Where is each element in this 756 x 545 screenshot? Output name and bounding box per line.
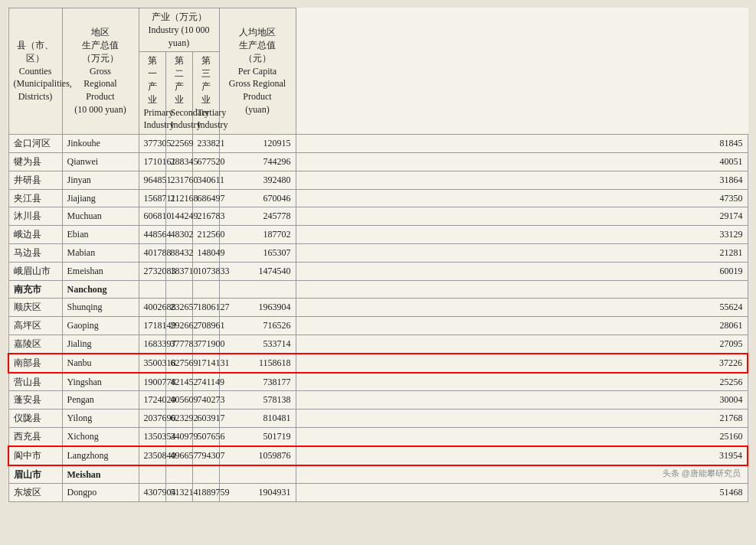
table-row: 顺庆区Shunqing40026882326571806127196390455…	[8, 299, 748, 317]
cell-percapita: 30004	[296, 391, 748, 410]
table-row: 蓬安县Pengan172402040560974027357813830004	[8, 391, 748, 410]
cell-county: 犍为县	[8, 152, 62, 171]
cell-percapita: 21281	[296, 243, 748, 262]
header-county-zh: 县（市、区）	[17, 40, 54, 64]
cell-county-en: Meishan	[62, 465, 139, 484]
cell-percapita: 33129	[296, 226, 748, 244]
cell-percapita: 81845	[296, 135, 748, 153]
cell-secondary	[192, 280, 219, 299]
cell-county-en: Gaoping	[62, 317, 139, 335]
cell-tertiary: 533714	[219, 335, 296, 353]
cell-gross: 448564	[139, 226, 165, 244]
cell-county-en: Jinyan	[62, 171, 139, 189]
cell-county: 眉山市	[8, 465, 62, 484]
cell-percapita: 31864	[296, 171, 748, 189]
cell-tertiary: 165307	[219, 243, 296, 262]
cell-county: 阆中市	[8, 446, 62, 465]
cell-county-en: Jinkouhe	[62, 135, 139, 153]
table-row: 井研县Jinyan96485123176034061139248031864	[8, 171, 748, 189]
table-row: 仪陇县Yilong203769062329260391781048121768	[8, 410, 748, 428]
cell-county-en: Yilong	[62, 410, 139, 428]
table-row: 眉山市Meishan	[8, 465, 748, 484]
county-name-zh: 顺庆区	[14, 302, 41, 312]
cell-gross: 2037690	[139, 410, 165, 428]
cell-county-en: Yingshan	[62, 373, 139, 391]
cell-percapita: 27095	[296, 335, 748, 353]
county-name-zh: 蓬安县	[14, 394, 41, 405]
cell-percapita: 37226	[296, 354, 748, 373]
cell-tertiary: 392480	[219, 171, 296, 189]
cell-gross: 4307904	[139, 484, 165, 502]
header-county: 县（市、区） Counties (Municipalities, Distric…	[8, 8, 62, 135]
cell-percapita: 29174	[296, 207, 748, 226]
cell-county-en: Ebian	[62, 226, 139, 244]
header-county-en3: Districts)	[18, 91, 53, 102]
cell-gross: 1900778	[139, 373, 165, 391]
county-name-zh: 阆中市	[14, 450, 41, 461]
cell-secondary: 148049	[192, 243, 219, 262]
cell-county-en: Nanbu	[62, 354, 139, 373]
header-percapita: 人均地区 生产总值 （元） Per Capita Gross Regional …	[219, 8, 296, 135]
county-name-zh: 西充县	[14, 431, 41, 442]
header-gross: 地区 生产总值 （万元） Gross Regional Product (10 …	[62, 8, 139, 135]
cell-county-en: Shunqing	[62, 299, 139, 317]
city-name-zh: 南充市	[14, 284, 41, 295]
cell-county: 蓬安县	[8, 391, 62, 410]
cell-county-en: Pengan	[62, 391, 139, 410]
cell-gross: 1710161	[139, 152, 165, 171]
cell-gross: 2350840	[139, 446, 165, 465]
cell-county-en: Jialing	[62, 335, 139, 353]
city-name-en: Nanchong	[67, 284, 107, 295]
cell-county: 南充市	[8, 280, 62, 299]
cell-percapita	[296, 280, 748, 299]
cell-county: 南部县	[8, 354, 62, 373]
cell-county: 马边县	[8, 243, 62, 262]
cell-gross: 1683397	[139, 335, 165, 353]
cell-gross: 401788	[139, 243, 165, 262]
county-name-zh: 高坪区	[14, 320, 41, 331]
cell-tertiary: 810481	[219, 410, 296, 428]
cell-county: 嘉陵区	[8, 335, 62, 353]
cell-percapita: 60019	[296, 262, 748, 280]
cell-percapita: 31954	[296, 446, 748, 465]
table-row: 峨边县Ebian4485644830221256018770233129	[8, 226, 748, 244]
cell-tertiary: 1474540	[219, 262, 296, 280]
cell-gross: 964851	[139, 171, 165, 189]
table-row: 南部县Nanbu35003186275691714131115861837226	[8, 354, 748, 373]
cell-tertiary: 187702	[219, 226, 296, 244]
county-name-zh: 井研县	[14, 175, 41, 185]
table-row: 马边县Mabian4017888843214804916530721281	[8, 243, 748, 262]
county-name-zh: 仪陇县	[14, 413, 41, 423]
county-name-zh: 金口河区	[14, 138, 51, 148]
cell-gross: 1724020	[139, 391, 165, 410]
cell-percapita: 28061	[296, 317, 748, 335]
county-name-zh: 峨眉山市	[14, 266, 51, 276]
cell-county: 西充县	[8, 427, 62, 445]
header-primary: 第一产业 Primary Industry	[139, 52, 165, 135]
cell-county-en: Xichong	[62, 427, 139, 445]
cell-percapita: 51468	[296, 484, 748, 502]
cell-gross: 3500318	[139, 354, 165, 373]
cell-tertiary: 1158618	[219, 354, 296, 373]
county-name-zh: 东坡区	[14, 487, 41, 498]
table-row: 金口河区Jinkouhe3773052256923382112091581845	[8, 135, 748, 153]
cell-secondary: 212560	[192, 226, 219, 244]
county-name-zh: 夹江县	[14, 193, 41, 204]
cell-gross: 2732083	[139, 262, 165, 280]
data-table: 县（市、区） Counties (Municipalities, Distric…	[8, 8, 748, 502]
county-name-zh: 峨边县	[14, 229, 41, 240]
table-row: 南充市Nanchong	[8, 280, 748, 299]
cell-county-en: Langzhong	[62, 446, 139, 465]
cell-tertiary: 1904931	[219, 484, 296, 502]
cell-county: 顺庆区	[8, 299, 62, 317]
city-name-zh: 眉山市	[14, 469, 41, 480]
cell-secondary	[192, 465, 219, 484]
cell-county-en: Mabian	[62, 243, 139, 262]
header-county-en2: (Municipalities,	[14, 78, 72, 89]
header-industry-group: 产业（万元）Industry (10 000 yuan)	[139, 8, 219, 52]
cell-gross: 1568711	[139, 189, 165, 207]
cell-county-en: Muchuan	[62, 207, 139, 226]
cell-primary	[165, 465, 192, 484]
cell-tertiary: 1059876	[219, 446, 296, 465]
cell-gross: 1718149	[139, 317, 165, 335]
